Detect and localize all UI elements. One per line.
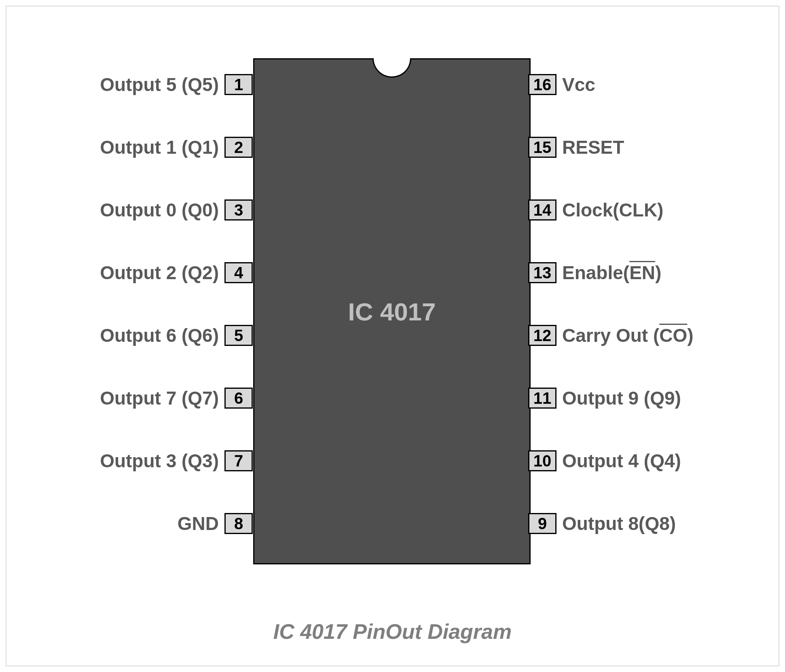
pin-1: Output 5 (Q5) 1 xyxy=(0,71,253,98)
pin-10-label: Output 4 (Q4) xyxy=(562,450,681,472)
pin-4-label: Output 2 (Q2) xyxy=(100,262,219,284)
pin-10-number: 10 xyxy=(528,450,556,471)
pin-7: Output 3 (Q3) 7 xyxy=(0,447,253,474)
pin-5-label: Output 6 (Q6) xyxy=(100,324,219,346)
pin-6: Output 7 (Q7) 6 xyxy=(0,385,253,411)
pin-9: 9 Output 8(Q8) xyxy=(528,510,785,537)
pin-14: 14 Clock(CLK) xyxy=(528,197,785,223)
pin-2-number: 2 xyxy=(224,137,253,158)
pin-2: Output 1 (Q1) 2 xyxy=(0,134,253,161)
pin-15-label: RESET xyxy=(562,136,624,158)
pin-6-label: Output 7 (Q7) xyxy=(100,387,219,409)
pin-13-number: 13 xyxy=(528,262,556,283)
pin-9-number: 9 xyxy=(528,513,556,534)
pin-4-number: 4 xyxy=(224,262,253,283)
pin-8-number: 8 xyxy=(224,513,253,534)
pin-11: 11 Output 9 (Q9) xyxy=(528,385,785,411)
pin-11-label: Output 9 (Q9) xyxy=(562,387,681,409)
pin-5-number: 5 xyxy=(224,325,253,346)
pin-14-label: Clock(CLK) xyxy=(562,199,663,221)
pin-16-number: 16 xyxy=(528,74,556,95)
pin-4: Output 2 (Q2) 4 xyxy=(0,259,253,286)
pin-12-number: 12 xyxy=(528,325,556,346)
pin-8-label: GND xyxy=(178,513,219,534)
pin-3-number: 3 xyxy=(224,199,253,220)
pin-8: GND 8 xyxy=(0,510,253,537)
pin-1-number: 1 xyxy=(224,74,253,95)
chip-notch-icon xyxy=(372,58,411,78)
pin-12-label: Carry Out (CO) xyxy=(562,324,694,346)
diagram-canvas: IC 4017 Output 5 (Q5) 1 Output 1 (Q1) 2 … xyxy=(0,0,785,672)
chip-name-label: IC 4017 xyxy=(254,297,529,326)
pin-7-label: Output 3 (Q3) xyxy=(100,450,219,472)
pin-16: 16 Vcc xyxy=(528,71,785,98)
pin-3-label: Output 0 (Q0) xyxy=(100,199,219,221)
diagram-caption: IC 4017 PinOut Diagram xyxy=(6,619,779,644)
pin-15-number: 15 xyxy=(528,137,556,158)
pin-13-label: Enable(EN) xyxy=(562,262,661,284)
pin-9-label: Output 8(Q8) xyxy=(562,513,676,534)
pin-14-number: 14 xyxy=(528,199,556,220)
pin-12: 12 Carry Out (CO) xyxy=(528,322,785,349)
pin-10: 10 Output 4 (Q4) xyxy=(528,447,785,474)
pin-15: 15 RESET xyxy=(528,134,785,161)
pin-5: Output 6 (Q6) 5 xyxy=(0,322,253,349)
pin-13: 13 Enable(EN) xyxy=(528,259,785,286)
diagram-panel: IC 4017 Output 5 (Q5) 1 Output 1 (Q1) 2 … xyxy=(6,6,779,666)
pin-6-number: 6 xyxy=(224,388,253,409)
pin-3: Output 0 (Q0) 3 xyxy=(0,197,253,223)
pin-11-number: 11 xyxy=(528,388,556,409)
pin-1-label: Output 5 (Q5) xyxy=(100,74,219,95)
ic-chip-body: IC 4017 xyxy=(253,58,531,564)
pin-7-number: 7 xyxy=(224,450,253,471)
pin-16-label: Vcc xyxy=(562,74,595,95)
pin-2-label: Output 1 (Q1) xyxy=(100,136,219,158)
